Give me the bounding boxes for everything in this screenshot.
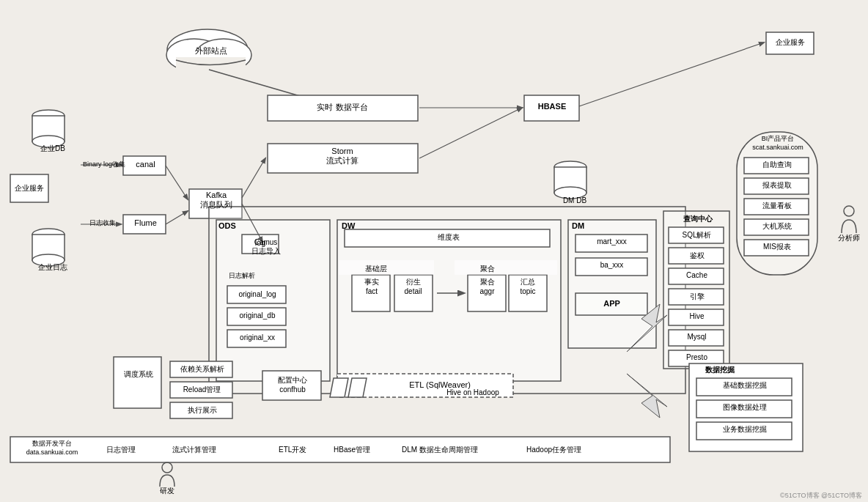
stream-compute: 流式计算管理: [172, 445, 216, 455]
query-center: 查询中心: [666, 214, 730, 224]
original-db: original_db: [229, 311, 286, 320]
svg-line-16: [209, 70, 323, 103]
config-center: 配置中心 confhub: [264, 375, 321, 394]
svg-line-67: [166, 166, 188, 199]
presto-item: Presto: [670, 353, 724, 361]
image-data-processing: 图像数据处理: [698, 402, 792, 413]
svg-marker-77: [627, 374, 667, 418]
enterprise-service-left: 企业服务: [11, 183, 48, 193]
app-label: APP: [577, 299, 647, 308]
analyst-label: 分析师: [834, 233, 864, 243]
hive-item: Hive: [670, 312, 724, 320]
svg-marker-76: [627, 304, 667, 352]
svg-marker-79: [348, 378, 367, 397]
guide-label: 引擎: [670, 292, 724, 302]
log-box: log: [244, 238, 276, 247]
hive-hadoop: Hive on Hadoop: [425, 388, 521, 396]
developer-label: 研发: [152, 486, 182, 496]
log-parse-label: 日志解析: [220, 271, 264, 281]
realtime-platform: 实时 数据平台: [269, 102, 416, 113]
etl-dev: ETL开发: [279, 445, 306, 455]
mis-report: MIS报表: [746, 242, 809, 252]
original-log: original_log: [229, 290, 286, 298]
basic-data-mining: 基础数据挖掘: [698, 380, 792, 391]
enterprise-log-label: 企业日志: [37, 262, 69, 273]
biz-data-mining: 业务数据挖掘: [698, 424, 792, 435]
svg-marker-78: [330, 378, 348, 397]
data-mining-label: 数据挖掘: [691, 365, 749, 375]
storm-label: Storm 流式计算: [269, 147, 416, 166]
dw-label: DW: [342, 221, 355, 230]
hbase-label: HBASE: [526, 102, 578, 111]
fact-label: 事实 fact: [354, 277, 389, 295]
svg-rect-6: [32, 116, 65, 141]
ods-label: ODS: [218, 221, 236, 230]
aggregate-label: 聚合: [480, 264, 495, 274]
watermark: ©51CTO博客 @51CTO博客: [780, 491, 862, 501]
bi-platform: BI产品平台 scat.sankuai.com: [738, 134, 817, 151]
enterprise-db-label: 企业DB: [37, 144, 69, 154]
binary-log-label: Binary log收集: [82, 160, 126, 169]
enterprise-service-top: 企业服务: [768, 37, 813, 48]
dlm-manage: DLM 数据生命周期管理: [402, 445, 478, 455]
hadoop-task: Hadoop任务管理: [526, 445, 581, 455]
topic-label: 汇总 topic: [510, 277, 546, 295]
log-collect-label: 日志收集: [82, 218, 122, 228]
svg-line-70: [242, 158, 265, 198]
auto-query: 自助查询: [746, 160, 809, 170]
dm-db-label: DM DB: [559, 196, 591, 204]
hbase-manage: HBase管理: [334, 445, 370, 455]
svg-rect-36: [455, 260, 557, 275]
ba-xxx: ba_xxx: [577, 261, 647, 269]
flow-kanban: 流量看板: [746, 201, 809, 211]
log-manage: 日志管理: [106, 445, 136, 455]
etl-tool: ETL (SqlWeaver): [370, 380, 510, 389]
mysql-item: Mysql: [670, 333, 724, 341]
svg-rect-12: [554, 167, 586, 193]
developer-person: 研发: [152, 462, 182, 496]
auth-label: 鉴权: [670, 251, 724, 261]
svg-point-5: [32, 110, 65, 122]
svg-rect-55: [114, 357, 161, 408]
exec-label: 执行展示: [172, 405, 232, 416]
reload-label: Reload管理: [172, 385, 232, 395]
report-extract: 报表提取: [746, 180, 809, 191]
schedule-system: 调度系统: [115, 369, 161, 380]
original-xx: original_xx: [229, 333, 286, 342]
sql-parse: SQL解析: [670, 230, 724, 240]
machine-system: 大机系统: [746, 221, 809, 232]
svg-line-74: [579, 43, 764, 106]
svg-rect-25: [337, 220, 561, 381]
diagram: 外部站点 企业DB Binary log收集 canal Flume 日志收集 …: [0, 0, 868, 502]
svg-line-71: [242, 204, 262, 242]
svg-point-81: [162, 462, 172, 473]
data-platform-bottom: 数据开发平台 data.sankuai.com: [12, 439, 92, 456]
svg-line-69: [166, 211, 188, 224]
canal-label: canal: [125, 160, 166, 169]
svg-point-11: [554, 161, 586, 173]
svg-rect-4: [176, 57, 246, 72]
svg-point-8: [32, 229, 65, 240]
detail-label: 衍生 detail: [395, 277, 431, 295]
flume-label: Flume: [125, 218, 166, 227]
dependency-label: 依赖关系解析: [172, 364, 232, 374]
svg-line-72: [419, 108, 522, 158]
dimension-table: 维度表: [419, 232, 478, 243]
kafka-label: Kafka 消息队列: [191, 191, 242, 210]
cache-label: Cache: [670, 271, 724, 279]
dm-label: DM: [572, 221, 584, 230]
svg-rect-9: [32, 235, 65, 260]
mart-xxx: mart_xxx: [577, 237, 647, 246]
cloud-label: 外部站点: [185, 45, 237, 56]
svg-point-80: [844, 206, 854, 216]
base-layer: 基础层: [365, 264, 387, 274]
analyst-person: 分析师: [834, 205, 864, 243]
aggr-label: 聚合 aggr: [469, 277, 505, 295]
